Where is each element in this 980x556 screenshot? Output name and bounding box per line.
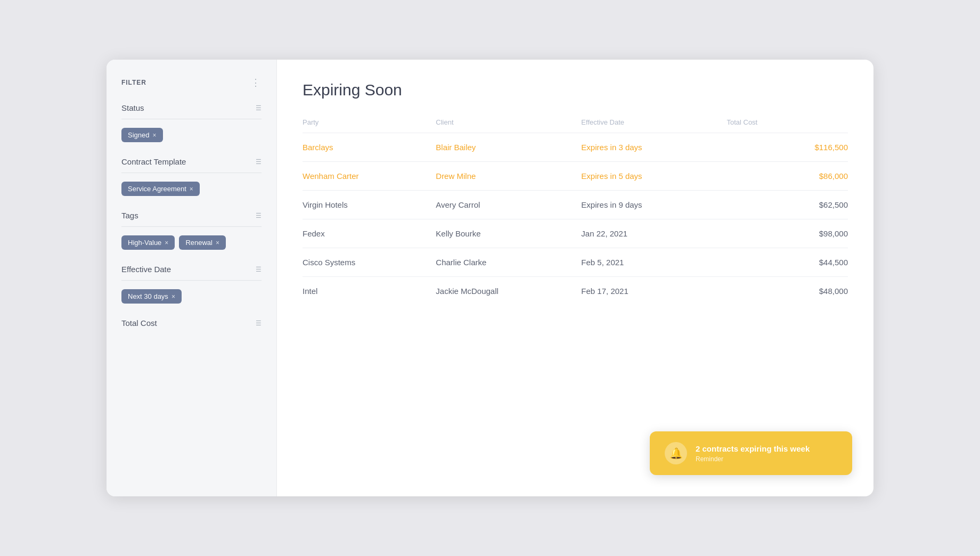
party-header: Party xyxy=(303,118,436,133)
tags-container-status: Signed× xyxy=(121,128,262,142)
toast-icon-wrap: 🔔 xyxy=(665,442,687,464)
filter-icon-tags[interactable]: ☰ xyxy=(256,212,262,219)
cell-date: Feb 17, 2021 xyxy=(581,277,726,306)
cell-date: Expires in 5 days xyxy=(581,162,726,191)
section-label-status: Status xyxy=(121,103,144,112)
cell-party: Barclays xyxy=(303,133,436,162)
tag-close-signed[interactable]: × xyxy=(152,132,156,139)
filter-icon-contract_template[interactable]: ☰ xyxy=(256,158,262,166)
cell-cost: $44,500 xyxy=(726,248,848,277)
cost-header: Total Cost xyxy=(726,118,848,133)
cell-cost: $86,000 xyxy=(726,162,848,191)
toast-title: 2 contracts expiring this week xyxy=(696,444,837,454)
table-row[interactable]: Cisco SystemsCharlie ClarkeFeb 5, 2021$4… xyxy=(303,248,848,277)
cell-client: Blair Bailey xyxy=(436,133,581,162)
tags-container-contract_template: Service Agreement× xyxy=(121,182,262,196)
sidebar-section-effective_date: Effective Date☰Next 30 days× xyxy=(121,265,262,304)
table-row[interactable]: IntelJackie McDougallFeb 17, 2021$48,000 xyxy=(303,277,848,306)
tags-container-effective_date: Next 30 days× xyxy=(121,289,262,304)
filter-menu-icon[interactable]: ⋮ xyxy=(251,77,262,88)
tag-service-agreement[interactable]: Service Agreement× xyxy=(121,182,200,196)
cell-party: Virgin Hotels xyxy=(303,191,436,219)
cell-party: Wenham Carter xyxy=(303,162,436,191)
tag-close-service-agreement[interactable]: × xyxy=(190,185,193,193)
tag-renewal[interactable]: Renewal× xyxy=(179,235,226,250)
cell-client: Kelly Bourke xyxy=(436,219,581,248)
cell-cost: $116,500 xyxy=(726,133,848,162)
main-card: FILTER ⋮ Status☰Signed×Contract Template… xyxy=(107,60,873,496)
sidebar-section-status: Status☰Signed× xyxy=(121,103,262,142)
table-row[interactable]: BarclaysBlair BaileyExpires in 3 days$11… xyxy=(303,133,848,162)
filter-title: FILTER xyxy=(121,79,146,86)
main-content: Expiring Soon PartyClientEffective DateT… xyxy=(277,60,873,496)
section-label-contract_template: Contract Template xyxy=(121,157,186,166)
table-row[interactable]: FedexKelly BourkeJan 22, 2021$98,000 xyxy=(303,219,848,248)
cell-client: Charlie Clarke xyxy=(436,248,581,277)
client-header: Client xyxy=(436,118,581,133)
cell-party: Cisco Systems xyxy=(303,248,436,277)
cell-client: Jackie McDougall xyxy=(436,277,581,306)
section-label-total_cost: Total Cost xyxy=(121,318,157,328)
cell-cost: $98,000 xyxy=(726,219,848,248)
toast-content: 2 contracts expiring this week Reminder xyxy=(696,444,837,463)
cell-party: Intel xyxy=(303,277,436,306)
cell-party: Fedex xyxy=(303,219,436,248)
cell-date: Feb 5, 2021 xyxy=(581,248,726,277)
contracts-table: PartyClientEffective DateTotal Cost Barc… xyxy=(303,118,848,305)
page-title: Expiring Soon xyxy=(303,81,848,99)
tag-signed[interactable]: Signed× xyxy=(121,128,163,142)
tag-close-high-value[interactable]: × xyxy=(165,239,168,247)
cell-date: Expires in 9 days xyxy=(581,191,726,219)
section-label-tags: Tags xyxy=(121,211,138,220)
tag-high-value[interactable]: High-Value× xyxy=(121,235,175,250)
sidebar-section-tags: Tags☰High-Value×Renewal× xyxy=(121,211,262,250)
bell-icon: 🔔 xyxy=(669,447,683,460)
filter-icon-status[interactable]: ☰ xyxy=(256,104,262,112)
toast-notification[interactable]: 🔔 2 contracts expiring this week Reminde… xyxy=(650,431,852,475)
cell-client: Drew Milne xyxy=(436,162,581,191)
table-row[interactable]: Wenham CarterDrew MilneExpires in 5 days… xyxy=(303,162,848,191)
sidebar-section-contract_template: Contract Template☰Service Agreement× xyxy=(121,157,262,196)
table-row[interactable]: Virgin HotelsAvery CarrolExpires in 9 da… xyxy=(303,191,848,219)
filter-icon-effective_date[interactable]: ☰ xyxy=(256,266,262,273)
tag-next-30-days[interactable]: Next 30 days× xyxy=(121,289,182,304)
filter-icon-total_cost[interactable]: ☰ xyxy=(256,320,262,327)
date-header: Effective Date xyxy=(581,118,726,133)
section-label-effective_date: Effective Date xyxy=(121,265,171,274)
cell-cost: $48,000 xyxy=(726,277,848,306)
cell-date: Jan 22, 2021 xyxy=(581,219,726,248)
tag-close-next-30-days[interactable]: × xyxy=(172,293,175,300)
toast-subtitle: Reminder xyxy=(696,455,837,463)
cell-client: Avery Carrol xyxy=(436,191,581,219)
cell-date: Expires in 3 days xyxy=(581,133,726,162)
sidebar: FILTER ⋮ Status☰Signed×Contract Template… xyxy=(107,60,277,496)
cell-cost: $62,500 xyxy=(726,191,848,219)
tags-container-tags: High-Value×Renewal× xyxy=(121,235,262,250)
sidebar-section-total_cost: Total Cost☰ xyxy=(121,318,262,328)
tag-close-renewal[interactable]: × xyxy=(216,239,219,247)
